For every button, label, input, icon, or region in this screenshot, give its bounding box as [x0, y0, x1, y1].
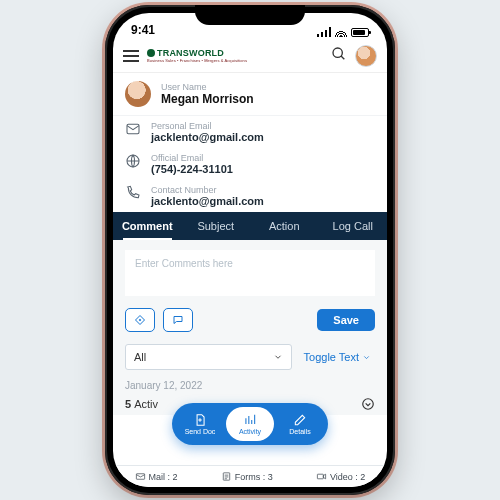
chevron-down-icon: [362, 353, 371, 362]
bottom-label: Video : 2: [330, 472, 365, 482]
phone-icon: [125, 185, 141, 201]
video-icon: [316, 471, 327, 482]
comment-input[interactable]: [125, 250, 375, 296]
chart-icon: [243, 413, 257, 427]
user-avatar: [125, 81, 151, 107]
brand-tagline: Business Sales • Franchises • Mergers & …: [147, 59, 247, 63]
mail-icon: [135, 471, 146, 482]
info-label: Personal Email: [151, 121, 264, 131]
bottom-label: Forms : 3: [235, 472, 273, 482]
user-row: User Name Megan Morrison: [113, 73, 387, 115]
globe-icon: [147, 49, 155, 57]
svg-rect-2: [127, 124, 139, 133]
wifi-icon: [335, 27, 347, 37]
info-label: Contact Number: [151, 185, 264, 195]
signal-icon: [317, 27, 331, 37]
save-button[interactable]: Save: [317, 309, 375, 331]
status-time: 9:41: [131, 23, 155, 37]
svg-point-0: [333, 48, 342, 57]
mail-icon: [125, 121, 141, 137]
notch: [195, 5, 305, 25]
toggle-text-link[interactable]: Toggle Text: [300, 351, 375, 363]
pill-label: Details: [289, 428, 310, 435]
tab-action[interactable]: Action: [250, 212, 319, 240]
info-row-personal-email: Personal Email jacklento@gmail.com: [113, 116, 387, 148]
tab-comment[interactable]: Comment: [113, 212, 182, 240]
doc-icon: [193, 413, 207, 427]
user-name-label: User Name: [161, 82, 254, 92]
globe-icon: [125, 153, 141, 169]
chevron-down-circle-icon[interactable]: [361, 397, 375, 411]
user-name-value: Megan Morrison: [161, 92, 254, 106]
brand-name: TRANSWORLD: [157, 49, 224, 58]
edit-icon: [293, 413, 307, 427]
tag-icon: [134, 314, 146, 326]
tab-bar: Comment Subject Action Log Call: [113, 212, 387, 240]
chevron-down-icon: [273, 352, 283, 362]
bottom-item-video[interactable]: Video : 2: [316, 471, 365, 482]
screen: 9:41 TRANSWORLD Business Sales • Franchi…: [113, 13, 387, 487]
svg-rect-6: [136, 474, 144, 480]
menu-button[interactable]: [123, 50, 139, 62]
info-value: jacklento@gmail.com: [151, 195, 264, 207]
app-header: TRANSWORLD Business Sales • Franchises •…: [113, 39, 387, 73]
pill-activity[interactable]: Activity: [226, 407, 274, 441]
tab-log-call[interactable]: Log Call: [319, 212, 388, 240]
tab-subject[interactable]: Subject: [182, 212, 251, 240]
activity-count-suffix: Activ: [134, 398, 158, 410]
bottom-label: Mail : 2: [149, 472, 178, 482]
filter-select[interactable]: All: [125, 344, 292, 370]
form-icon: [221, 471, 232, 482]
pill-label: Send Doc: [185, 428, 216, 435]
info-label: Official Email: [151, 153, 233, 163]
info-value: (754)-224-31101: [151, 163, 233, 175]
bottom-item-forms[interactable]: Forms : 3: [221, 471, 273, 482]
svg-rect-8: [317, 474, 323, 479]
activity-count: 5: [125, 398, 131, 410]
tag-button[interactable]: [125, 308, 155, 332]
filter-row: All Toggle Text: [113, 342, 387, 376]
svg-point-4: [139, 319, 141, 321]
timeline-date: January 12, 2022: [113, 376, 387, 393]
bottom-bar: Mail : 2 Forms : 3 Video : 2: [113, 465, 387, 487]
pill-label: Activity: [239, 428, 261, 435]
chat-icon: [172, 314, 184, 326]
search-icon: [331, 46, 347, 62]
svg-line-1: [341, 56, 344, 59]
pill-details[interactable]: Details: [276, 407, 324, 441]
brand-logo: TRANSWORLD Business Sales • Franchises •…: [147, 49, 247, 63]
comment-actions: Save: [125, 300, 375, 338]
svg-point-5: [363, 399, 374, 410]
bottom-item-mail[interactable]: Mail : 2: [135, 471, 178, 482]
phone-frame: 9:41 TRANSWORLD Business Sales • Franchi…: [105, 5, 395, 495]
pill-send-doc[interactable]: Send Doc: [176, 407, 224, 441]
chat-button[interactable]: [163, 308, 193, 332]
toggle-label: Toggle Text: [304, 351, 359, 363]
floating-action-pill: Send Doc Activity Details: [172, 403, 328, 445]
info-row-contact-number: Contact Number jacklento@gmail.com: [113, 180, 387, 212]
filter-value: All: [134, 351, 146, 363]
profile-avatar[interactable]: [355, 45, 377, 67]
comment-section: Save: [113, 240, 387, 342]
battery-icon: [351, 28, 369, 37]
contact-info-list: Personal Email jacklento@gmail.com Offic…: [113, 115, 387, 212]
search-button[interactable]: [331, 46, 347, 66]
info-value: jacklento@gmail.com: [151, 131, 264, 143]
content-area: User Name Megan Morrison Personal Email …: [113, 73, 387, 465]
info-row-official-email: Official Email (754)-224-31101: [113, 148, 387, 180]
